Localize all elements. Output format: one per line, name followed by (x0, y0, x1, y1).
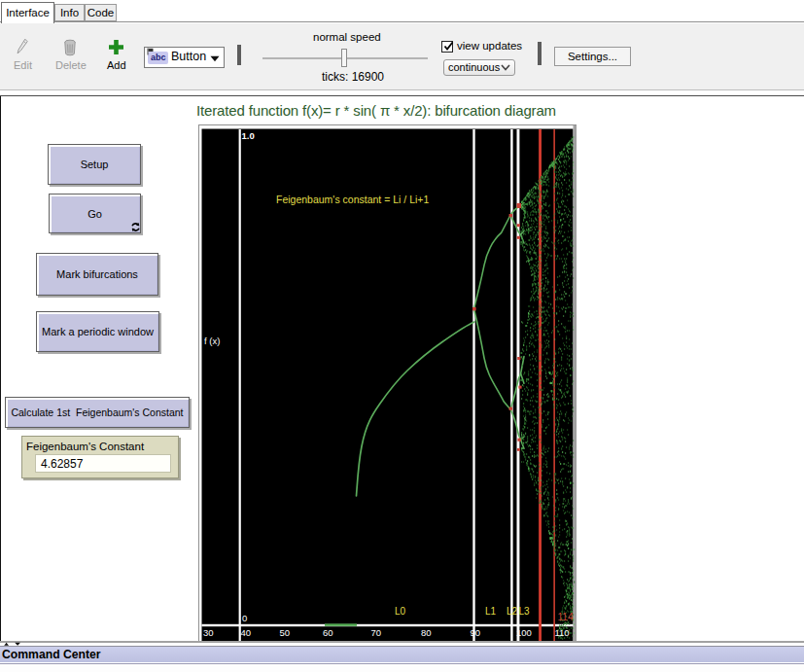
svg-text:1.0: 1.0 (242, 130, 255, 141)
svg-text:114: 114 (558, 612, 574, 622)
svg-text:40: 40 (241, 627, 252, 638)
svg-text:L2: L2 (507, 606, 518, 617)
svg-text:90: 90 (471, 627, 481, 638)
svg-text:60: 60 (323, 627, 333, 638)
svg-text:110: 110 (555, 627, 570, 638)
svg-text:L3: L3 (519, 606, 531, 617)
svg-text:L0: L0 (395, 606, 406, 617)
svg-text:Feigenbaum's constant = Li / L: Feigenbaum's constant = Li / Li+1 (276, 194, 429, 205)
svg-text:30: 30 (203, 627, 214, 638)
svg-text:100: 100 (516, 627, 532, 638)
svg-text:0: 0 (242, 613, 247, 623)
svg-text:f (x): f (x) (204, 336, 220, 346)
svg-text:70: 70 (371, 627, 382, 638)
svg-text:L1: L1 (485, 606, 497, 617)
svg-text:50: 50 (280, 627, 291, 638)
svg-text:80: 80 (421, 627, 432, 638)
